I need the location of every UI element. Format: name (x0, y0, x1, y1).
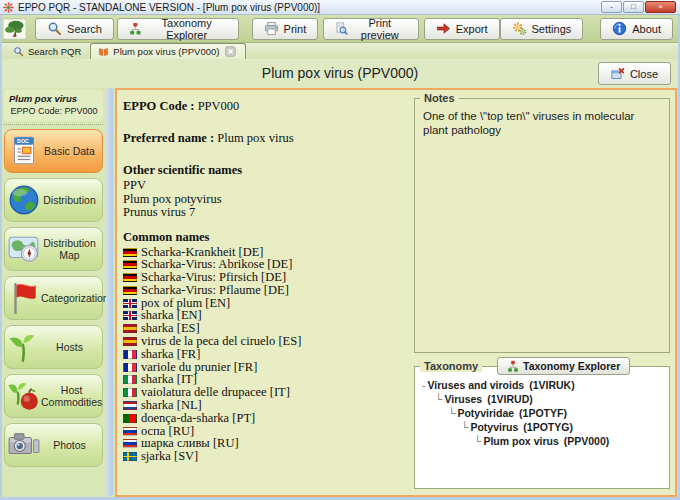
taxonomy-node[interactable]: └Viruses(1VIRUD) (419, 392, 665, 406)
preferred-name-value: Plum pox virus (217, 131, 293, 145)
taxonomy-node[interactable]: -Viruses and viroids(1VIRUK) (419, 378, 665, 392)
close-datasheet-button[interactable]: Close (598, 62, 671, 85)
print-preview-label: Print preview (353, 17, 407, 41)
tab-datasheet[interactable]: Plum pox virus (PPV000) (90, 43, 246, 59)
sidebar-item-host-commodities[interactable]: Host Commodities (4, 374, 103, 418)
taxonomy-node[interactable]: └Potyvirus(1POTYG) (419, 420, 665, 434)
print-button[interactable]: Print (252, 18, 319, 40)
common-names-list: Scharka-Krankheit [DE]Scharka-Virus: Abr… (123, 246, 413, 464)
basic-data-details: EPPO Code : PPV000 Preferred name : Plum… (123, 90, 413, 491)
flag-red-icon (7, 281, 41, 315)
sidebar-scrollbar[interactable] (106, 88, 113, 496)
datasheet-header: Plum pox virus (PPV000) Close (2, 59, 678, 88)
sidebar-item-label: Distribution Map (41, 237, 102, 261)
maximize-button[interactable]: □ (623, 1, 644, 13)
print-button-label: Print (284, 23, 307, 35)
window-controls: - □ × (601, 1, 676, 13)
tree-branch-icon: └ (435, 393, 442, 405)
flag-es-icon (123, 324, 137, 333)
flag-de-icon (123, 260, 137, 269)
about-button[interactable]: About (600, 18, 673, 40)
scientific-name-item: Plum pox potyvirus (123, 193, 413, 207)
taxonomy-node[interactable]: └Plum pox virus(PPV000) (419, 434, 665, 448)
sidebar-item-label: Host Commodities (41, 384, 106, 408)
settings-button[interactable]: Settings (500, 18, 584, 40)
taxonomy-node[interactable]: └Potyviridae(1POTYF) (419, 406, 665, 420)
host-commodities-icon (7, 379, 41, 413)
taxonomy-label: Taxonomy (420, 360, 482, 372)
export-button[interactable]: Export (424, 18, 500, 40)
common-names-heading: Common names (123, 230, 413, 245)
close-window-icon (611, 67, 625, 81)
taxonomy-node-code: (PPV000) (564, 435, 610, 447)
taxonomy-node-code: (1VIRUD) (487, 393, 533, 405)
sidebar-item-distribution[interactable]: Distribution (4, 178, 103, 222)
common-name-item: sjarka [SV] (123, 450, 413, 463)
plant-icon (7, 330, 41, 364)
common-name-text: sjarka [SV] (141, 449, 198, 463)
tab-search-pqr-label: Search PQR (28, 46, 81, 57)
sidebar-item-categorization[interactable]: Categorization (4, 276, 103, 320)
tab-bar: Search PQR Plum pox virus (PPV000) (2, 43, 678, 59)
sidebar-item-basic-data[interactable]: DOCBasic Data (4, 129, 103, 173)
taxonomy-explorer-button[interactable]: Taxonomy Explorer (117, 18, 239, 40)
print-preview-icon (335, 21, 348, 36)
print-preview-button[interactable]: Print preview (323, 18, 418, 40)
preferred-name-field: Preferred name : Plum pox virus (123, 131, 413, 146)
taxonomy-node-name: Plum pox virus (483, 435, 558, 447)
info-icon (612, 21, 627, 36)
document-icon: DOC (7, 134, 41, 168)
species-info-box: Plum pox virus EPPO Code: PPV000 (4, 90, 103, 121)
search-icon (47, 21, 62, 36)
notes-text: One of the \"top ten\" viruses in molecu… (423, 109, 661, 137)
taxonomy-node-code: (1POTYG) (523, 421, 573, 433)
flag-gb-icon (123, 299, 137, 308)
species-name: Plum pox virus (9, 93, 99, 104)
close-datasheet-label: Close (630, 68, 658, 80)
sidebar-item-hosts[interactable]: Hosts (4, 325, 103, 369)
datasheet-icon (98, 46, 109, 57)
scientific-name-item: Prunus virus 7 (123, 206, 413, 220)
flag-fr-icon (123, 363, 137, 372)
sidebar-item-label: Distribution (41, 194, 102, 206)
about-button-label: About (632, 23, 661, 35)
other-scientific-names-heading: Other scientific names (123, 163, 413, 178)
search-button-label: Search (67, 23, 102, 35)
sidebar-item-photos[interactable]: Photos (4, 423, 103, 467)
taxonomy-node-name: Viruses and viroids (428, 379, 525, 391)
taxonomy-icon (129, 21, 142, 36)
species-eppo-code: EPPO Code: PPV000 (9, 106, 99, 116)
flag-ru-icon (123, 439, 137, 448)
eppo-code-field: EPPO Code : PPV000 (123, 99, 413, 114)
flag-de-icon (123, 248, 137, 257)
notes-label: Notes (420, 92, 459, 104)
application-window: EPPO PQR - STANDALONE VERSION - [Plum po… (0, 0, 680, 500)
taxonomy-icon (507, 360, 519, 372)
tab-search-pqr[interactable]: Search PQR (6, 44, 90, 59)
notes-groupbox: Notes One of the \"top ten\" viruses in … (414, 98, 670, 353)
sidebar-item-label: Hosts (41, 341, 102, 353)
search-button[interactable]: Search (35, 18, 114, 40)
flag-de-icon (123, 273, 137, 282)
tree-branch-icon: └ (474, 435, 481, 447)
sidebar-item-distribution-map[interactable]: Distribution Map (4, 227, 103, 271)
minimize-button[interactable]: - (601, 1, 622, 13)
export-icon (436, 21, 451, 36)
taxonomy-node-code: (1POTYF) (519, 407, 567, 419)
flag-es-icon (123, 337, 137, 346)
globe-icon (7, 183, 41, 217)
taxonomy-explorer-button-small[interactable]: Taxonomy Explorer (497, 357, 630, 375)
taxonomy-tree: -Viruses and viroids(1VIRUK)└Viruses(1VI… (415, 367, 669, 452)
sidebar-item-label: Photos (41, 439, 102, 451)
tab-close-icon[interactable] (225, 46, 236, 57)
eppo-logo (3, 17, 26, 41)
flag-de-icon (123, 286, 137, 295)
basic-data-panel: EPPO Code : PPV000 Preferred name : Plum… (115, 88, 677, 497)
eppo-code-value: PPV000 (198, 99, 240, 113)
flag-nl-icon (123, 401, 137, 410)
svg-text:DOC: DOC (17, 138, 29, 144)
print-icon (264, 21, 279, 36)
close-window-button[interactable]: × (645, 1, 676, 13)
taxonomy-node-code: (1VIRUK) (529, 379, 575, 391)
flag-ru-icon (123, 427, 137, 436)
